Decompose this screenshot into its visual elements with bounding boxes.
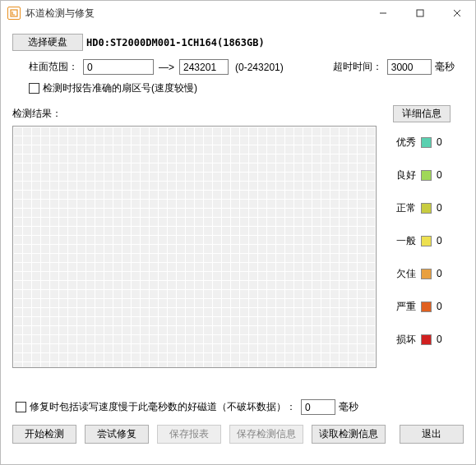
- legend-label: 良好: [396, 168, 421, 182]
- legend-color-excellent: [421, 137, 432, 148]
- svg-rect-0: [11, 10, 17, 16]
- legend-label: 欠佳: [396, 267, 421, 281]
- cylinder-range-hint: (0-243201): [235, 62, 284, 73]
- result-label: 检测结果：: [12, 107, 393, 121]
- legend-label: 优秀: [396, 136, 421, 150]
- svg-rect-2: [417, 10, 423, 16]
- detail-info-button[interactable]: 详细信息: [393, 105, 451, 122]
- select-disk-button[interactable]: 选择硬盘: [12, 34, 83, 51]
- exit-button[interactable]: 退出: [400, 425, 464, 444]
- maximize-button[interactable]: [401, 1, 438, 25]
- timeout-label: 超时时间：: [333, 60, 382, 74]
- timeout-input[interactable]: [387, 59, 432, 75]
- minimize-button[interactable]: [364, 1, 401, 25]
- scan-grid: [12, 126, 377, 368]
- timeout-unit: 毫秒: [435, 60, 455, 74]
- legend-color-bad: [421, 334, 432, 345]
- legend-count: 0: [437, 136, 442, 148]
- legend-count: 0: [437, 301, 442, 312]
- load-scan-info-button[interactable]: 读取检测信息: [312, 425, 386, 444]
- repair-slow-label: 修复时包括读写速度慢于此毫秒数的好磁道（不破坏数据）：: [30, 400, 296, 414]
- repair-slow-checkbox[interactable]: [16, 402, 26, 412]
- app-icon: [7, 7, 21, 20]
- legend-color-poor: [421, 269, 432, 279]
- try-repair-button[interactable]: 尝试修复: [85, 425, 149, 444]
- legend: 优秀0 良好0 正常0 一般0 欠佳0 严重0 损坏0: [377, 126, 464, 368]
- legend-count: 0: [437, 202, 442, 214]
- cylinder-start-input[interactable]: [83, 59, 154, 75]
- start-scan-button[interactable]: 开始检测: [12, 425, 76, 444]
- accurate-sector-label: 检测时报告准确的扇区号(速度较慢): [43, 81, 197, 95]
- legend-count: 0: [437, 334, 442, 345]
- arrow-icon: —>: [159, 62, 174, 73]
- legend-count: 0: [437, 235, 442, 246]
- legend-count: 0: [437, 169, 442, 181]
- repair-ms-input[interactable]: [301, 399, 335, 415]
- legend-color-normal: [421, 203, 432, 214]
- legend-color-severe: [421, 302, 432, 312]
- repair-unit: 毫秒: [339, 400, 358, 414]
- legend-count: 0: [437, 268, 442, 279]
- legend-label: 一般: [396, 234, 421, 248]
- window-title: 坏道检测与修复: [25, 7, 364, 21]
- legend-color-good: [421, 170, 432, 181]
- save-scan-info-button[interactable]: 保存检测信息: [229, 425, 303, 444]
- accurate-sector-checkbox[interactable]: [29, 83, 39, 94]
- legend-label: 正常: [396, 201, 421, 215]
- legend-label: 严重: [396, 300, 421, 314]
- save-report-button[interactable]: 保存报表: [157, 425, 221, 444]
- legend-color-average: [421, 236, 432, 246]
- cylinder-range-label: 柱面范围：: [29, 60, 78, 74]
- close-button[interactable]: [438, 1, 475, 25]
- cylinder-end-input[interactable]: [179, 59, 229, 75]
- disk-name: HD0:ST2000DM001-1CH164(1863GB): [86, 37, 265, 48]
- legend-label: 损坏: [396, 333, 421, 347]
